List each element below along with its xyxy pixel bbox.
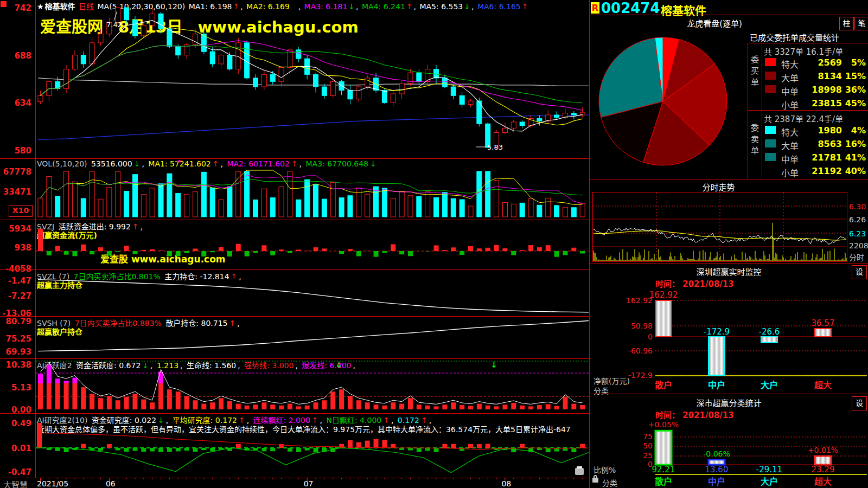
- monitor-bar-chart[interactable]: 162.9250.980-60.96-172.9162.92散户-172.9中户…: [590, 264, 868, 394]
- tiger-board-title: 龙虎看盘(逐单): [590, 17, 839, 29]
- svg-text:-60.96: -60.96: [628, 346, 653, 355]
- svg-text:-172.9: -172.9: [628, 371, 653, 380]
- svg-text:75: 75: [643, 432, 653, 441]
- svg-text:50: 50: [643, 441, 653, 450]
- svzl-chart[interactable]: [0, 269, 590, 316]
- svg-text:23.29: 23.29: [812, 465, 835, 474]
- buy-row-pct: 45%: [844, 98, 866, 108]
- orderstats-title: 已成交委托单成交量统计: [750, 31, 839, 43]
- svg-text:162.92: 162.92: [626, 296, 653, 305]
- intraday-price-last: 6.23: [849, 229, 867, 238]
- svg-text:25: 25: [643, 451, 653, 460]
- kline-chart[interactable]: 7.425.83: [0, 0, 590, 158]
- sell-row-pct: 40%: [844, 166, 866, 176]
- svg-text:大户: 大户: [761, 477, 778, 487]
- stock-code: 002474: [601, 0, 660, 16]
- divider: [748, 110, 868, 111]
- buy-row-count: 23815: [796, 98, 842, 108]
- svg-text:0: 0: [648, 332, 653, 341]
- svg-text:-172.9: -172.9: [704, 327, 730, 337]
- svg-text:162.92: 162.92: [649, 290, 678, 300]
- buy-row-count: 2569: [796, 57, 842, 68]
- classify-bar-chart[interactable]: 7550250+0.05%92.21散户-0.06%13.60中户-29.11大…: [590, 394, 868, 488]
- svg-text:07: 07: [304, 479, 314, 488]
- buy-row-pct: 36%: [844, 85, 866, 95]
- intraday-mode-label: 分时: [849, 252, 867, 262]
- svg-text:5.83: 5.83: [487, 143, 503, 151]
- ai-activity-chart[interactable]: ↓↓: [0, 358, 590, 413]
- svg-text:+0.01%: +0.01%: [808, 446, 838, 454]
- svg-text:大户: 大户: [761, 380, 778, 390]
- intraday-title: 分时走势: [590, 181, 847, 192]
- stock-title: 榕基软件: [661, 2, 706, 18]
- intraday-price-high: 6.30: [849, 202, 867, 211]
- svg-text:散户: 散户: [655, 380, 672, 390]
- svg-text:7.42: 7.42: [106, 21, 122, 29]
- buy-summary: 共 3327单 16.1手/单: [764, 46, 843, 57]
- svg-text:-29.11: -29.11: [756, 465, 782, 474]
- divider: [590, 15, 868, 15]
- buy-swatch: [765, 58, 776, 66]
- sell-swatch: [765, 126, 776, 134]
- buy-row-count: 8134: [796, 71, 842, 81]
- buy-swatch: [765, 99, 776, 107]
- svg-text:36.57: 36.57: [812, 318, 835, 328]
- divider: [590, 179, 868, 179]
- volume-chart[interactable]: [0, 158, 590, 220]
- intraday-vol-label: 2208: [849, 241, 867, 250]
- sell-row-count: 21192: [796, 166, 842, 176]
- sell-row-pct: 4%: [844, 125, 866, 136]
- svg-text:-0.06%: -0.06%: [703, 450, 730, 458]
- svg-text:超大: 超大: [814, 380, 832, 390]
- svg-text:06: 06: [106, 479, 116, 488]
- svsh-chart[interactable]: [0, 316, 590, 358]
- order-pie-chart[interactable]: [591, 28, 754, 176]
- svg-text:超大: 超大: [814, 477, 832, 487]
- date-axis: 2021/05060708: [0, 478, 590, 488]
- buy-row-pct: 15%: [844, 71, 866, 81]
- intraday-price-mid: 6.26: [849, 215, 867, 224]
- buy-swatch: [765, 85, 776, 93]
- stock-terminal: ★榕基软件 日线 MA(5,10,20,30,60,120) MA1: 6.19…: [0, 0, 868, 488]
- svg-text:中户: 中户: [708, 380, 725, 390]
- svzj-chart[interactable]: [0, 220, 590, 269]
- svg-text:-26.6: -26.6: [759, 327, 780, 337]
- divider: [762, 43, 762, 179]
- r-badge: R: [591, 2, 599, 14]
- svg-text:中户: 中户: [708, 477, 725, 487]
- sell-row-count: 21781: [796, 152, 842, 163]
- svg-text:2021/05: 2021/05: [37, 479, 68, 488]
- svg-text:↓: ↓: [490, 360, 497, 370]
- svg-text:08: 08: [501, 479, 511, 488]
- buy-row-pct: 5%: [844, 57, 866, 68]
- svg-text:散户: 散户: [655, 477, 672, 487]
- svg-text:50.98: 50.98: [631, 322, 653, 330]
- sell-row-pct: 16%: [844, 139, 866, 149]
- sell-row-count: 1980: [796, 125, 842, 136]
- sell-swatch: [765, 153, 776, 161]
- sell-row-count: 8563: [796, 139, 842, 149]
- svg-text:↓: ↓: [336, 360, 343, 370]
- svg-text:92.21: 92.21: [652, 465, 675, 474]
- ai-research-chart[interactable]: [0, 413, 590, 478]
- sell-row-pct: 41%: [844, 152, 866, 163]
- intraday-chart[interactable]: [592, 192, 847, 261]
- bar-mode-button[interactable]: 柱: [839, 17, 854, 30]
- buy-swatch: [765, 72, 776, 80]
- buy-row-count: 18998: [796, 85, 842, 95]
- sell-swatch: [765, 166, 776, 175]
- pen-mode-button[interactable]: 笔: [854, 17, 868, 30]
- sell-summary: 共 2387单 22.4手/单: [764, 113, 843, 124]
- svg-text:+0.05%: +0.05%: [648, 420, 679, 429]
- divider: [748, 43, 868, 43]
- svg-text:13.60: 13.60: [705, 465, 729, 474]
- sell-swatch: [765, 139, 776, 147]
